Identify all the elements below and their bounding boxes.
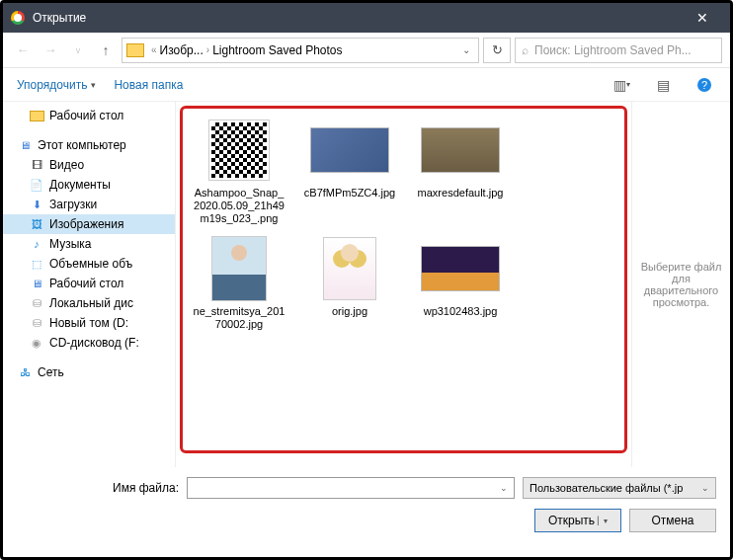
back-button[interactable]: ← (11, 39, 35, 62)
file-open-dialog: Открытие ✕ ← → v ↑ « Изобр... › Lightroo… (0, 0, 733, 560)
file-item[interactable]: maxresdefault.jpg (413, 118, 508, 226)
file-name: Ashampoo_Snap_2020.05.09_21h49m19s_023_.… (192, 187, 286, 226)
thumbnail (196, 236, 283, 301)
file-item[interactable]: orig.jpg (302, 236, 397, 331)
thumbnail (417, 236, 504, 301)
desktop-icon: 🖥 (29, 277, 44, 290)
help-button[interactable]: ? (692, 73, 716, 97)
chrome-icon (11, 11, 25, 25)
sidebar-item-localdisk[interactable]: ⛁Локальный дис (3, 293, 175, 313)
navbar: ← → v ↑ « Изобр... › Lightroom Saved Pho… (3, 33, 730, 68)
file-name: wp3102483.jpg (424, 305, 498, 318)
file-name: maxresdefault.jpg (418, 187, 504, 200)
chevron-down-icon[interactable]: ⌄ (500, 483, 508, 493)
new-folder-button[interactable]: Новая папка (114, 78, 183, 92)
sidebar-item-desktop2[interactable]: 🖥Рабочий стол (3, 274, 175, 293)
split-dropdown-icon[interactable]: ▏▾ (598, 517, 608, 525)
cd-icon: ◉ (29, 336, 44, 350)
bottom-panel: Имя файла: ⌄ Пользовательские файлы (*.j… (3, 467, 730, 546)
forward-button[interactable]: → (39, 39, 62, 62)
sidebar: Рабочий стол 🖥Этот компьютер 🎞Видео 📄Док… (3, 102, 176, 467)
sidebar-item-volumes[interactable]: ⬚Объемные объ (3, 254, 175, 274)
network-icon: 🖧 (17, 365, 33, 379)
download-icon: ⬇ (29, 198, 44, 211)
sidebar-item-newvolume[interactable]: ⛁Новый том (D: (3, 313, 175, 333)
search-placeholder: Поиск: Lightroom Saved Ph... (534, 43, 692, 57)
refresh-button[interactable]: ↻ (483, 38, 511, 63)
volume-icon: ⬚ (29, 257, 44, 271)
open-button[interactable]: Открыть ▏▾ (534, 509, 621, 532)
file-item[interactable]: Ashampoo_Snap_2020.05.09_21h49m19s_023_.… (192, 118, 286, 226)
window-title: Открытие (33, 11, 683, 25)
music-icon: ♪ (29, 237, 44, 251)
cancel-button[interactable]: Отмена (629, 509, 716, 532)
chevron-down-icon: ⌄ (701, 483, 709, 493)
svg-text:?: ? (701, 79, 707, 91)
file-name: ne_stremitsya_20170002.jpg (192, 305, 286, 331)
preview-pane: Выберите файл для дварительного просмотр… (631, 102, 730, 467)
file-name: cB7fMPm5ZC4.jpg (304, 187, 395, 200)
file-item[interactable]: ne_stremitsya_20170002.jpg (192, 236, 286, 331)
chevron-down-icon: ▾ (91, 80, 96, 90)
thumbnail (306, 236, 393, 301)
sidebar-item-downloads[interactable]: ⬇Загрузки (3, 195, 175, 214)
preview-placeholder: Выберите файл для дварительного просмотр… (638, 261, 724, 308)
file-item[interactable]: cB7fMPm5ZC4.jpg (302, 118, 397, 226)
sidebar-item-music[interactable]: ♪Музыка (3, 234, 175, 254)
pc-icon: 🖥 (17, 138, 33, 152)
video-icon: 🎞 (29, 158, 44, 172)
file-list: Ashampoo_Snap_2020.05.09_21h49m19s_023_.… (176, 102, 631, 467)
breadcrumb-dropdown[interactable]: ⌄ (458, 44, 474, 55)
thumbnail (306, 118, 393, 183)
breadcrumb-segment[interactable]: Изобр... (160, 43, 204, 57)
organize-button[interactable]: Упорядочить ▾ (17, 78, 96, 92)
view-mode-button[interactable]: ▥ ▾ (610, 73, 633, 97)
thumbnail (417, 118, 504, 183)
chevron-icon: « (150, 44, 158, 55)
sidebar-item-network[interactable]: 🖧Сеть (3, 362, 175, 382)
titlebar: Открытие ✕ (3, 3, 730, 33)
up-button[interactable]: ↑ (94, 39, 118, 62)
image-icon: 🖼 (29, 217, 44, 231)
file-item[interactable]: wp3102483.jpg (413, 236, 508, 331)
sidebar-item-thispc[interactable]: 🖥Этот компьютер (3, 135, 175, 155)
preview-pane-button[interactable]: ▤ (651, 73, 675, 97)
disk-icon: ⛁ (29, 316, 44, 330)
sidebar-item-desktop[interactable]: Рабочий стол (3, 106, 175, 125)
folder-icon (126, 43, 144, 57)
document-icon: 📄 (29, 178, 44, 192)
chevron-right-icon: › (205, 44, 210, 55)
search-input[interactable]: ⌕ Поиск: Lightroom Saved Ph... (515, 38, 722, 63)
recent-dropdown[interactable]: v (66, 39, 90, 62)
search-icon: ⌕ (522, 43, 529, 57)
filename-input[interactable]: ⌄ (187, 477, 515, 499)
breadcrumb-segment[interactable]: Lightroom Saved Photos (212, 43, 342, 57)
sidebar-item-documents[interactable]: 📄Документы (3, 175, 175, 195)
filetype-dropdown[interactable]: Пользовательские файлы (*.jp ⌄ (523, 477, 716, 499)
disk-icon: ⛁ (29, 296, 44, 310)
file-name: orig.jpg (332, 305, 367, 318)
sidebar-item-video[interactable]: 🎞Видео (3, 155, 175, 175)
sidebar-item-images[interactable]: 🖼Изображения (3, 214, 175, 234)
filename-label: Имя файла: (17, 481, 179, 495)
main-area: Рабочий стол 🖥Этот компьютер 🎞Видео 📄Док… (3, 102, 730, 467)
sidebar-item-cddrive[interactable]: ◉CD-дисковод (F: (3, 333, 175, 353)
toolbar: Упорядочить ▾ Новая папка ▥ ▾ ▤ ? (3, 68, 730, 102)
breadcrumb[interactable]: « Изобр... › Lightroom Saved Photos ⌄ (122, 38, 479, 63)
thumbnail (196, 118, 283, 183)
close-button[interactable]: ✕ (683, 10, 722, 26)
